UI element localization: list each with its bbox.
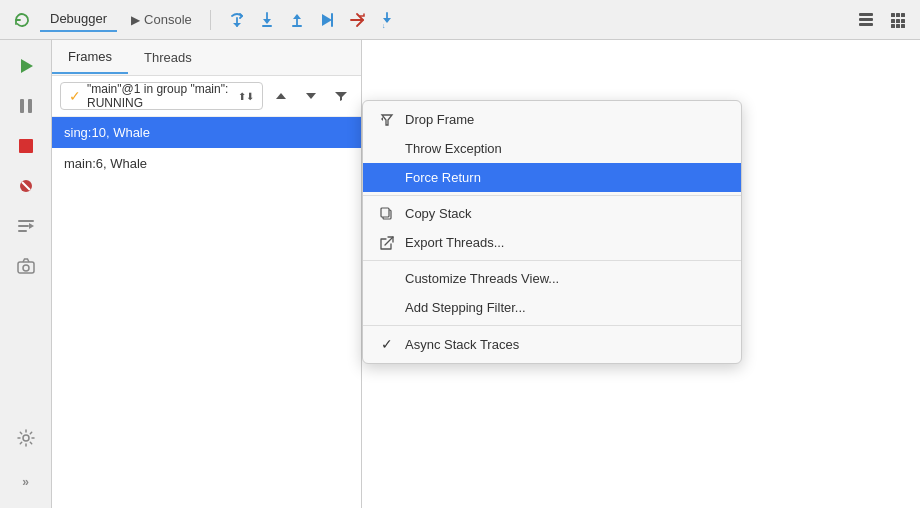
mute-breakpoints-button[interactable] xyxy=(8,168,44,204)
menu-label-force-return: Force Return xyxy=(405,170,725,185)
svg-line-42 xyxy=(385,237,393,245)
svg-marker-6 xyxy=(293,14,301,19)
pause-button[interactable] xyxy=(8,88,44,124)
menu-label-customize: Customize Threads View... xyxy=(405,271,725,286)
svg-rect-22 xyxy=(891,24,895,28)
menu-item-force-return[interactable]: Force Return xyxy=(363,163,741,192)
table-view-button[interactable] xyxy=(852,6,880,34)
svg-marker-1 xyxy=(233,23,241,27)
smart-step-button[interactable]: ↓ xyxy=(373,6,401,34)
thread-down-button[interactable] xyxy=(299,84,323,108)
svg-point-37 xyxy=(23,435,29,441)
run-to-cursor-button[interactable] xyxy=(313,6,341,34)
tab-threads[interactable]: Threads xyxy=(128,42,208,73)
top-toolbar: Debugger ▶ Console xyxy=(0,0,920,40)
svg-marker-8 xyxy=(322,14,332,26)
resume-button[interactable] xyxy=(8,48,44,84)
menu-item-copy-stack[interactable]: Copy Stack xyxy=(363,199,741,228)
svg-rect-14 xyxy=(859,18,873,21)
toolbar-icons: ↓ xyxy=(223,6,401,34)
menu-item-throw-exception[interactable]: Throw Exception xyxy=(363,134,741,163)
svg-marker-3 xyxy=(263,19,271,24)
menu-item-async-stack[interactable]: ✓ Async Stack Traces xyxy=(363,329,741,359)
svg-rect-24 xyxy=(901,24,905,28)
menu-label-export-threads: Export Threads... xyxy=(405,235,725,250)
menu-label-drop-frame: Drop Frame xyxy=(405,112,725,127)
svg-point-36 xyxy=(23,265,29,271)
tab-frames[interactable]: Frames xyxy=(52,41,128,74)
settings-button[interactable] xyxy=(8,420,44,456)
tab-console[interactable]: ▶ Console xyxy=(121,8,202,31)
frame-item[interactable]: main:6, Whale xyxy=(52,148,361,179)
svg-rect-23 xyxy=(896,24,900,28)
async-check-icon: ✓ xyxy=(379,336,395,352)
export-threads-icon xyxy=(379,236,395,250)
svg-rect-20 xyxy=(896,19,900,23)
menu-label-stepping: Add Stepping Filter... xyxy=(405,300,725,315)
svg-rect-41 xyxy=(381,208,389,217)
menu-label-throw-exception: Throw Exception xyxy=(405,141,725,156)
svg-rect-28 xyxy=(19,139,33,153)
svg-marker-39 xyxy=(306,93,316,99)
svg-rect-17 xyxy=(896,13,900,17)
frame-list: sing:10, Whale main:6, Whale xyxy=(52,117,361,508)
camera-button[interactable] xyxy=(8,248,44,284)
menu-divider-2 xyxy=(363,260,741,261)
refresh-button[interactable] xyxy=(8,6,36,34)
menu-divider-3 xyxy=(363,325,741,326)
panel-tabs: Frames Threads xyxy=(52,40,361,76)
svg-marker-34 xyxy=(29,223,34,229)
toolbar-separator xyxy=(210,10,211,30)
thread-filter-button[interactable] xyxy=(329,84,353,108)
menu-item-export-threads[interactable]: Export Threads... xyxy=(363,228,741,257)
menu-item-customize-threads[interactable]: Customize Threads View... xyxy=(363,264,741,293)
svg-rect-27 xyxy=(28,99,32,113)
left-sidebar: » xyxy=(0,40,52,508)
thread-selector: ✓ "main"@1 in group "main": RUNNING ⬆⬇ xyxy=(52,76,361,117)
menu-item-drop-frame[interactable]: Drop Frame xyxy=(363,105,741,134)
tab-debugger[interactable]: Debugger xyxy=(40,7,117,32)
context-menu: Drop Frame Throw Exception Force Return xyxy=(362,100,742,364)
main-area: » Frames Threads ✓ "main"@1 in group "ma… xyxy=(0,40,920,508)
thread-up-button[interactable] xyxy=(269,84,293,108)
frame-item[interactable]: sing:10, Whale xyxy=(52,117,361,148)
drop-frame-icon xyxy=(379,113,395,127)
dropdown-arrow-icon: ⬆⬇ xyxy=(238,91,254,102)
debugger-panel: Frames Threads ✓ "main"@1 in group "main… xyxy=(52,40,362,508)
svg-rect-18 xyxy=(901,13,905,17)
svg-text:↓: ↓ xyxy=(382,22,386,29)
list-view-button[interactable] xyxy=(884,6,912,34)
step-over-button[interactable] xyxy=(223,6,251,34)
right-area: Drop Frame Throw Exception Force Return xyxy=(362,40,920,508)
svg-marker-38 xyxy=(276,93,286,99)
thread-text: "main"@1 in group "main": RUNNING xyxy=(87,82,232,110)
run-icon-button[interactable] xyxy=(8,208,44,244)
thread-status-icon: ✓ xyxy=(69,88,81,104)
step-into-button[interactable] xyxy=(253,6,281,34)
svg-rect-26 xyxy=(20,99,24,113)
svg-rect-19 xyxy=(891,19,895,23)
menu-label-async: Async Stack Traces xyxy=(405,337,725,352)
svg-rect-13 xyxy=(859,13,873,16)
menu-item-add-stepping[interactable]: Add Stepping Filter... xyxy=(363,293,741,322)
thread-dropdown[interactable]: ✓ "main"@1 in group "main": RUNNING ⬆⬇ xyxy=(60,82,263,110)
copy-stack-icon xyxy=(379,207,395,221)
svg-marker-25 xyxy=(21,59,33,73)
more-button[interactable]: » xyxy=(8,464,44,500)
step-out-button[interactable] xyxy=(283,6,311,34)
svg-rect-21 xyxy=(901,19,905,23)
svg-rect-16 xyxy=(891,13,895,17)
stop-button[interactable] xyxy=(8,128,44,164)
svg-rect-15 xyxy=(859,23,873,26)
reset-frame-button[interactable] xyxy=(343,6,371,34)
menu-label-copy-stack: Copy Stack xyxy=(405,206,725,221)
console-prompt-icon: ▶ xyxy=(131,13,140,27)
menu-divider-1 xyxy=(363,195,741,196)
